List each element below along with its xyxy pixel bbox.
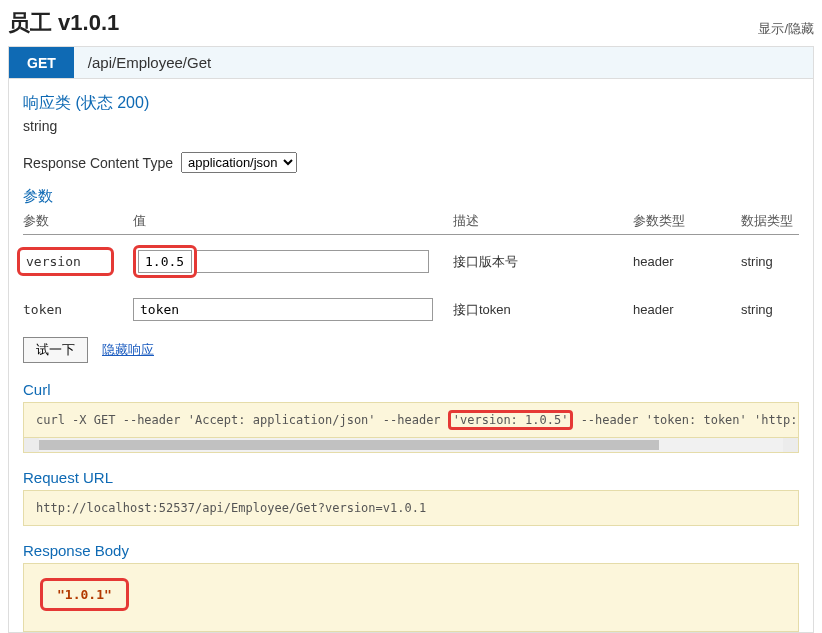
operation-header[interactable]: GET /api/Employee/Get [9, 47, 813, 79]
response-content-type-select[interactable]: application/json [181, 152, 297, 173]
response-body-block: "1.0.1" [23, 563, 799, 632]
col-value: 值 [133, 208, 453, 235]
endpoint-panel: GET /api/Employee/Get 响应类 (状态 200) strin… [8, 46, 814, 633]
col-ptype: 参数类型 [633, 208, 741, 235]
table-row: token 接口token header string [23, 288, 799, 331]
hide-response-link[interactable]: 隐藏响应 [102, 341, 154, 359]
curl-highlight: 'version: 1.0.5' [448, 410, 574, 430]
request-url-heading: Request URL [23, 469, 799, 486]
param-value-input-token[interactable] [133, 298, 433, 321]
page-title: 员工 v1.0.1 [8, 8, 119, 38]
col-desc: 描述 [453, 208, 633, 235]
try-it-out-button[interactable]: 试一下 [23, 337, 88, 363]
http-method-badge: GET [9, 47, 74, 78]
curl-heading: Curl [23, 381, 799, 398]
curl-text-post: --header 'token: token' 'http://local [573, 413, 799, 427]
param-ptype: header [633, 288, 741, 331]
parameters-table: 参数 值 描述 参数类型 数据类型 version [23, 208, 799, 331]
param-dtype: string [741, 288, 799, 331]
param-dtype: string [741, 235, 799, 289]
param-value-input-version-rest[interactable] [197, 250, 429, 273]
response-class-type: string [23, 118, 799, 134]
col-dtype: 数据类型 [741, 208, 799, 235]
param-name: version [26, 254, 81, 269]
param-ptype: header [633, 235, 741, 289]
param-desc: 接口版本号 [453, 235, 633, 289]
toggle-visibility-link[interactable]: 显示/隐藏 [758, 20, 814, 38]
response-body-value: "1.0.1" [40, 578, 129, 611]
parameters-heading: 参数 [23, 187, 799, 206]
response-body-heading: Response Body [23, 542, 799, 559]
curl-text-pre: curl -X GET --header 'Accept: applicatio… [36, 413, 441, 427]
table-row: version 接口版本号 header string [23, 235, 799, 289]
endpoint-path: /api/Employee/Get [74, 47, 225, 78]
curl-block: curl -X GET --header 'Accept: applicatio… [23, 402, 799, 438]
param-desc: 接口token [453, 288, 633, 331]
curl-scrollbar[interactable] [23, 438, 799, 453]
param-name: token [23, 288, 133, 331]
col-param: 参数 [23, 208, 133, 235]
response-content-type-label: Response Content Type [23, 155, 173, 171]
request-url-block: http://localhost:52537/api/Employee/Get?… [23, 490, 799, 526]
param-value-input-version[interactable] [138, 250, 192, 273]
response-class-heading: 响应类 (状态 200) [23, 93, 799, 114]
